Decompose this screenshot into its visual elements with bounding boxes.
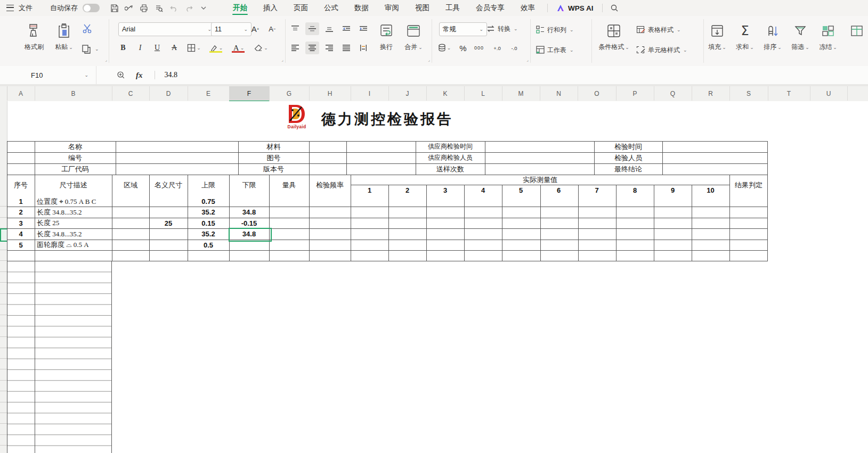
tab-membership[interactable]: 会员专享 <box>468 0 513 16</box>
col-header-G[interactable]: G <box>269 86 310 101</box>
hdr-measure-10[interactable]: 10 <box>692 185 729 196</box>
align-middle-button[interactable] <box>305 22 319 35</box>
hdr-frequency[interactable]: 检验频率 <box>309 175 351 196</box>
bold-button[interactable]: B <box>116 42 130 54</box>
hdr-lower[interactable]: 下限 <box>229 175 269 196</box>
decrease-decimal-button[interactable]: -.0 <box>507 42 521 54</box>
info-label-material[interactable]: 材料 <box>238 141 309 152</box>
tab-review[interactable]: 审阅 <box>377 0 407 16</box>
hdr-measure-1[interactable]: 1 <box>351 185 388 196</box>
row3-lower[interactable]: -0.15 <box>229 218 269 228</box>
print-icon[interactable] <box>138 2 150 14</box>
group-expand-icon[interactable]: ⌟ <box>105 57 107 62</box>
info-label-final-conclusion[interactable]: 最终结论 <box>594 163 662 175</box>
clear-format-button[interactable]: ⌄ <box>252 42 271 54</box>
group-expand-icon[interactable]: ⌟ <box>428 57 430 62</box>
sort-button[interactable]: 排序⌄ <box>759 21 786 52</box>
hdr-measure-2[interactable]: 2 <box>388 185 426 196</box>
col-header-N[interactable]: N <box>540 86 578 101</box>
col-header-D[interactable]: D <box>149 86 188 101</box>
hdr-measured-values[interactable]: 实际测量值 <box>351 175 729 185</box>
sheet-canvas[interactable]: Dailyaid 德力测控检验报告 名称 材料 供应商检验时间 检验时间 编号 … <box>0 101 868 453</box>
group-expand-icon[interactable]: ⌟ <box>526 57 529 62</box>
align-center-button[interactable] <box>305 42 319 54</box>
tab-efficiency[interactable]: 效率 <box>513 0 543 16</box>
hdr-desc[interactable]: 尺寸描述 <box>35 175 112 196</box>
info-label-supplier-insp-time[interactable]: 供应商检验时间 <box>416 141 485 152</box>
percent-format-button[interactable]: % <box>456 42 470 54</box>
distributed-align-button[interactable] <box>356 42 370 54</box>
tab-insert[interactable]: 插入 <box>255 0 286 16</box>
col-header-T[interactable]: T <box>768 86 810 101</box>
redo-icon[interactable] <box>183 2 194 14</box>
grow-font-button[interactable]: A+ <box>248 22 262 35</box>
row1-no[interactable]: 1 <box>7 196 35 207</box>
highlight-color-button[interactable]: ⌄ <box>207 42 226 54</box>
format-painter-button[interactable]: 格式刷 <box>20 21 48 52</box>
info-label-name[interactable]: 名称 <box>35 141 116 152</box>
file-menu[interactable]: 文件 <box>19 3 33 13</box>
row2-upper[interactable]: 35.2 <box>188 207 229 218</box>
font-size-select[interactable]: 11⌄ <box>211 22 252 36</box>
hdr-nominal[interactable]: 名义尺寸 <box>149 175 188 196</box>
align-right-button[interactable] <box>322 42 336 54</box>
namebox-chevron-icon[interactable]: ⌄ <box>84 72 88 78</box>
row2-desc[interactable]: 长度 34.8...35.2 <box>35 207 114 218</box>
info-label-inspector[interactable]: 检验人员 <box>594 152 662 163</box>
convert-button[interactable]: 转换⌄ <box>486 22 518 35</box>
sum-button[interactable]: Σ 求和⌄ <box>731 21 759 52</box>
row5-no[interactable]: 5 <box>7 240 35 250</box>
col-header-L[interactable]: L <box>464 86 502 101</box>
group-expand-icon[interactable]: ⌟ <box>281 57 283 62</box>
merge-cells-button[interactable]: 合并⌄ <box>399 21 428 52</box>
row3-upper[interactable]: 0.15 <box>188 218 229 228</box>
rows-columns-button[interactable]: 行和列⌄ <box>536 23 574 36</box>
undo-icon[interactable] <box>168 2 180 14</box>
thousands-separator-button[interactable]: 000 <box>472 42 486 54</box>
print-preview-icon[interactable] <box>153 2 165 14</box>
hdr-measure-5[interactable]: 5 <box>502 185 540 196</box>
row-headers-clipped[interactable] <box>0 101 7 453</box>
tab-tools[interactable]: 工具 <box>437 0 468 16</box>
row2-lower[interactable]: 34.8 <box>229 207 269 218</box>
col-header-A[interactable]: A <box>7 86 35 101</box>
italic-button[interactable]: I <box>133 42 147 54</box>
decrease-indent-button[interactable] <box>339 22 353 35</box>
clipped-ribbon-button[interactable] <box>843 21 868 40</box>
info-label-drawing-no[interactable]: 图号 <box>238 152 309 163</box>
shrink-font-button[interactable]: A− <box>265 22 279 35</box>
col-header-E[interactable]: E <box>188 86 230 101</box>
align-top-button[interactable] <box>288 22 302 35</box>
tab-home[interactable]: 开始 <box>225 0 255 16</box>
save-icon[interactable] <box>108 2 120 14</box>
col-header-M[interactable]: M <box>502 86 540 101</box>
row1-upper[interactable]: 0.75 <box>188 196 229 207</box>
info-label-number[interactable]: 编号 <box>35 152 116 163</box>
align-left-button[interactable] <box>288 42 302 54</box>
col-header-Q[interactable]: Q <box>654 86 692 101</box>
filter-button[interactable]: 筛选⌄ <box>786 21 814 52</box>
col-header-B[interactable]: B <box>35 86 112 101</box>
col-header-H[interactable]: H <box>309 86 351 101</box>
currency-format-button[interactable]: ⌄ <box>436 42 453 54</box>
col-header-K[interactable]: K <box>426 86 465 101</box>
col-header-S[interactable]: S <box>729 86 768 101</box>
share-icon[interactable] <box>123 2 135 14</box>
active-cell-selection[interactable] <box>229 228 272 242</box>
row1-desc[interactable]: 位置度 ⌖ 0.75 A B C <box>35 196 114 207</box>
underline-button[interactable]: U <box>150 42 164 54</box>
hamburger-menu-icon[interactable] <box>6 5 14 11</box>
increase-indent-button[interactable] <box>356 22 370 35</box>
freeze-button[interactable]: 冻结⌄ <box>814 21 842 52</box>
tab-page[interactable]: 页面 <box>286 0 316 16</box>
cut-button[interactable] <box>82 22 93 35</box>
autosave-toggle[interactable] <box>83 4 100 12</box>
worksheet-button[interactable]: 工作表⌄ <box>536 44 574 56</box>
col-header-I[interactable]: I <box>351 86 389 101</box>
hdr-upper[interactable]: 上限 <box>188 175 229 196</box>
info-label-supplier-inspector[interactable]: 供应商检验人员 <box>416 152 485 163</box>
strikethrough-button[interactable]: A <box>167 42 181 54</box>
font-name-select[interactable]: Arial⌄ <box>118 22 215 36</box>
increase-decimal-button[interactable]: +.0 <box>490 42 504 54</box>
paste-button[interactable]: 粘贴⌄ <box>50 21 78 52</box>
